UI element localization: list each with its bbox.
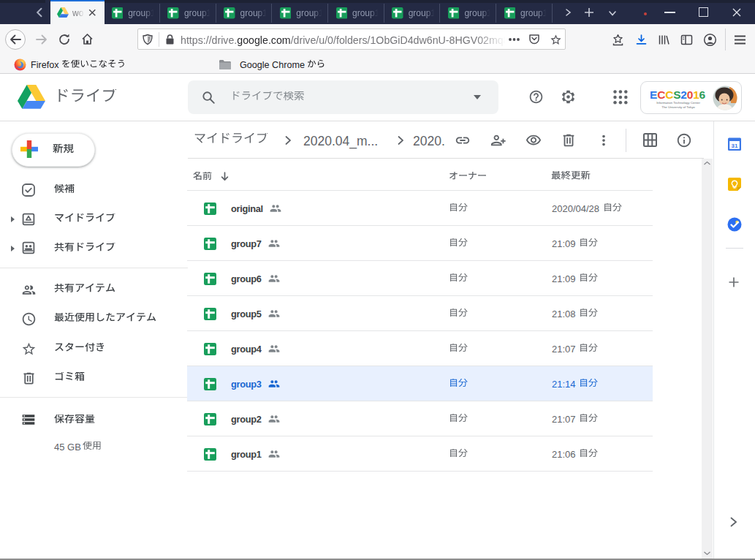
svg-text:31: 31 <box>732 143 738 149</box>
